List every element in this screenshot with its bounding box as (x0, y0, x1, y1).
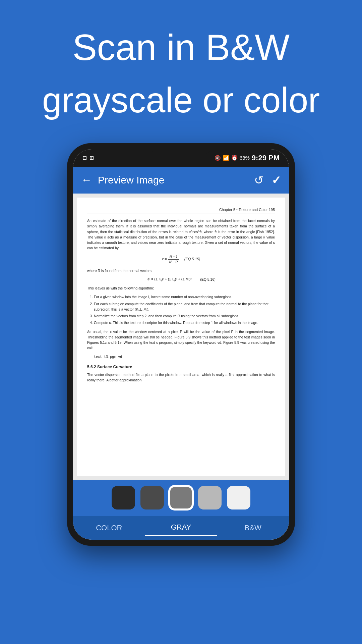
header-section: Scan in B&W grayscale or color (0, 0, 362, 133)
doc-step-1: For a given window into the image I, loc… (94, 294, 275, 300)
doc-steps-list: For a given window into the image I, loc… (94, 294, 275, 325)
battery-indicator: 68% (240, 155, 250, 161)
doc-section-title: 5.6.2 Surface Curvature (87, 364, 275, 370)
tab-bw[interactable]: B&W (217, 520, 289, 536)
status-left-icons: ⊡ ⊞ (82, 155, 94, 161)
document-page: Chapter 5 • Texture and Color 195 An est… (77, 198, 285, 476)
toolbar-actions: ↺ ✓ (254, 173, 281, 187)
swatch-light[interactable] (198, 486, 222, 509)
doc-step-2: For each subregion compute the coefficie… (94, 301, 275, 312)
wifi-icon: 📶 (223, 155, 229, 161)
toolbar-title: Preview Image (98, 174, 254, 186)
tab-color[interactable]: COLOR (73, 520, 145, 536)
phone-mockup: ⊡ ⊞ 🔇 📶 ⏰ 68% 9:29 PM ← Preview Image (0, 143, 362, 546)
swatch-medium[interactable] (169, 486, 193, 509)
mute-icon: 🔇 (215, 155, 221, 161)
alarm-icon: ⏰ (231, 155, 238, 161)
phone-notch (151, 143, 211, 154)
doc-equation-2: R² = (Σ Ki)² + (Σ Li)² + (Σ Mi)² (EQ 5.1… (87, 277, 275, 283)
doc-equation-1: κ = N − 1 N − R (EQ 5.15) (87, 254, 275, 265)
phone-frame: ⊡ ⊞ 🔇 📶 ⏰ 68% 9:29 PM ← Preview Image (67, 143, 295, 546)
doc-paragraph-2: As usual, the κ value for the window cen… (87, 329, 275, 351)
doc-section-text: The vector-dispersion method fits a plan… (87, 372, 275, 383)
color-swatches-row (80, 486, 282, 509)
notification-icon: ⊡ (82, 155, 87, 161)
phone-screen: ⊡ ⊞ 🔇 📶 ⏰ 68% 9:29 PM ← Preview Image (73, 149, 289, 540)
tab-bar: COLOR GRAY B&W (73, 516, 289, 540)
back-button[interactable]: ← (81, 174, 92, 186)
headline: Scan in B&W (20, 27, 342, 67)
swatch-lightest[interactable] (227, 486, 250, 509)
subheadline: grayscale or color (20, 81, 342, 120)
doc-page-header: Chapter 5 • Texture and Color 195 (87, 207, 275, 214)
screen-record-icon: ⊞ (89, 155, 94, 161)
doc-algorithm-intro: This leaves us with the following algori… (87, 285, 275, 291)
swatch-dark[interactable] (140, 486, 164, 509)
tab-gray[interactable]: GRAY (145, 520, 217, 536)
doc-where-text: where R is found from the normal vectors… (87, 268, 275, 273)
doc-step-3: Normalize the vectors from step 2, and t… (94, 313, 275, 319)
color-selector (73, 480, 289, 516)
status-right-area: 🔇 📶 ⏰ 68% 9:29 PM (215, 154, 280, 162)
swatch-darkest[interactable] (112, 486, 135, 509)
confirm-button[interactable]: ✓ (272, 173, 281, 187)
status-time: 9:29 PM (252, 154, 280, 162)
refresh-button[interactable]: ↺ (254, 173, 263, 187)
doc-step-4: Compute κ. This is the texture descripto… (94, 320, 275, 325)
document-area: Chapter 5 • Texture and Color 195 An est… (73, 194, 289, 480)
app-toolbar: ← Preview Image ↺ ✓ (73, 167, 289, 194)
doc-paragraph-1: An estimate of the direction of the surf… (87, 218, 275, 251)
doc-code-snippet: text t3.pgm vd (94, 354, 275, 359)
